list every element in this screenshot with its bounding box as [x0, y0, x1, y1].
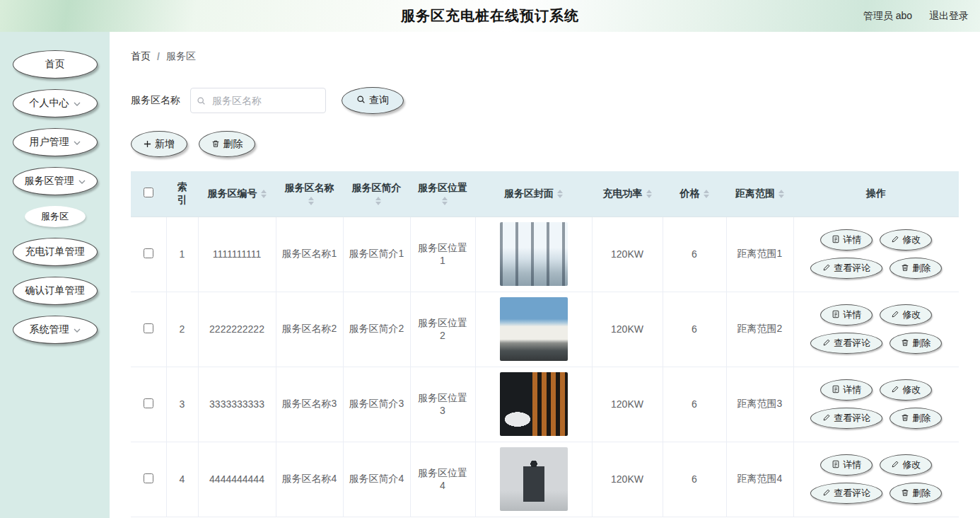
- view-comments-button[interactable]: 查看评论: [810, 483, 882, 504]
- row-checkbox[interactable]: [144, 398, 153, 408]
- edit-button[interactable]: 修改: [880, 304, 932, 326]
- sidebar-item-label: 系统管理: [30, 323, 69, 336]
- document-icon: [832, 460, 840, 471]
- col-header-actions: 操作: [793, 171, 959, 217]
- cell-price: 6: [663, 442, 726, 517]
- cell-code: 4444444444: [198, 442, 276, 517]
- sidebar-item-label: 服务区: [41, 210, 69, 223]
- query-button-label: 查询: [369, 94, 389, 107]
- cell-location: 服务区位置1: [410, 217, 475, 292]
- chevron-down-icon: [74, 141, 81, 145]
- pencil-icon: [822, 263, 831, 274]
- row-checkbox[interactable]: [144, 323, 153, 333]
- row-delete-button[interactable]: 删除: [889, 483, 942, 504]
- cell-power: 120KW: [592, 367, 663, 442]
- table-toolbar: 新增 删除: [131, 131, 959, 157]
- row-checkbox[interactable]: [144, 473, 153, 483]
- col-header-power[interactable]: 充电功率: [592, 171, 663, 217]
- cell-range: 距离范围4: [726, 442, 793, 517]
- col-header-price[interactable]: 价格: [663, 171, 726, 217]
- breadcrumb-home-link[interactable]: 首页: [131, 50, 151, 63]
- delete-button-label: 删除: [223, 138, 243, 151]
- row-actions: 详情 修改 查看评论 删除: [800, 454, 954, 504]
- table-row: 3 3333333333 服务区名称3 服务区简介3 服务区位置3 120KW …: [131, 367, 959, 442]
- plus-icon: [144, 139, 151, 150]
- sidebar-subitem-service-area[interactable]: 服务区: [25, 206, 86, 227]
- select-all-checkbox[interactable]: [144, 188, 153, 197]
- query-button[interactable]: 查询: [342, 87, 404, 114]
- sidebar-item-charging-order-management[interactable]: 充电订单管理: [13, 238, 98, 266]
- sidebar-item-service-area-management[interactable]: 服务区管理: [13, 167, 98, 195]
- cell-price: 6: [663, 367, 726, 442]
- chevron-down-icon: [78, 180, 86, 184]
- table-row: 2 2222222222 服务区名称2 服务区简介2 服务区位置2 120KW …: [131, 292, 959, 367]
- sort-icon[interactable]: [442, 197, 448, 205]
- delete-button[interactable]: 删除: [199, 131, 255, 157]
- row-actions: 详情 修改 查看评论 删除: [800, 304, 954, 354]
- trash-icon: [211, 139, 220, 150]
- service-area-cover-image: [500, 222, 568, 286]
- cell-power: 120KW: [592, 292, 663, 367]
- cell-name: 服务区名称3: [276, 367, 343, 442]
- sort-icon[interactable]: [308, 197, 314, 205]
- detail-button[interactable]: 详情: [820, 304, 873, 326]
- search-input[interactable]: [190, 88, 326, 113]
- sidebar-item-user-management[interactable]: 用户管理: [13, 128, 98, 156]
- sidebar-item-label: 首页: [45, 58, 65, 71]
- trash-icon: [901, 263, 909, 274]
- sort-icon[interactable]: [704, 190, 709, 198]
- cell-price: 6: [663, 217, 726, 292]
- view-comments-button[interactable]: 查看评论: [810, 333, 882, 354]
- row-delete-button[interactable]: 删除: [889, 408, 942, 429]
- cell-code: 2222222222: [198, 292, 276, 367]
- row-delete-button[interactable]: 删除: [889, 258, 942, 279]
- sidebar-item-system-management[interactable]: 系统管理: [13, 316, 98, 344]
- detail-button[interactable]: 详情: [820, 229, 873, 251]
- cell-location: 服务区位置2: [410, 292, 475, 367]
- pencil-icon: [891, 235, 899, 246]
- logout-button[interactable]: 退出登录: [929, 10, 969, 23]
- pencil-icon: [891, 310, 899, 321]
- cell-intro: 服务区简介2: [343, 292, 410, 367]
- sidebar-item-personal-center[interactable]: 个人中心: [13, 89, 98, 117]
- cell-range: 距离范围3: [726, 367, 793, 442]
- col-header-location[interactable]: 服务区位置: [410, 171, 475, 217]
- sort-icon[interactable]: [778, 190, 784, 198]
- cell-power: 120KW: [592, 442, 663, 517]
- cell-location: 服务区位置3: [410, 367, 475, 442]
- detail-button[interactable]: 详情: [820, 454, 873, 476]
- document-icon: [832, 385, 840, 396]
- service-area-cover-image: [500, 372, 568, 436]
- breadcrumb: 首页 / 服务区: [131, 50, 959, 63]
- col-header-intro[interactable]: 服务区简介: [343, 171, 410, 217]
- col-header-range[interactable]: 距离范围: [726, 171, 793, 217]
- sidebar-item-confirm-order-management[interactable]: 确认订单管理: [13, 277, 98, 305]
- search-icon: [197, 96, 206, 108]
- view-comments-button[interactable]: 查看评论: [810, 258, 882, 279]
- cell-intro: 服务区简介4: [343, 442, 410, 517]
- cell-name: 服务区名称2: [276, 292, 343, 367]
- pencil-icon: [822, 488, 831, 499]
- col-header-name[interactable]: 服务区名称: [276, 171, 343, 217]
- row-delete-button[interactable]: 删除: [889, 333, 942, 354]
- sidebar-item-label: 确认订单管理: [25, 284, 85, 297]
- sort-icon[interactable]: [375, 197, 381, 205]
- row-checkbox[interactable]: [144, 248, 153, 258]
- breadcrumb-separator: /: [157, 51, 160, 62]
- col-header-code[interactable]: 服务区编号: [198, 171, 276, 217]
- edit-button[interactable]: 修改: [880, 454, 932, 476]
- edit-button[interactable]: 修改: [880, 379, 932, 401]
- sidebar-item-home[interactable]: 首页: [13, 50, 98, 79]
- breadcrumb-current: 服务区: [166, 50, 196, 63]
- main-content: 首页 / 服务区 服务区名称 查询 新增 删除: [110, 32, 980, 518]
- sort-icon[interactable]: [557, 190, 563, 198]
- sort-icon[interactable]: [646, 190, 652, 198]
- trash-icon: [901, 488, 909, 499]
- cell-range: 距离范围1: [726, 217, 793, 292]
- view-comments-button[interactable]: 查看评论: [810, 408, 882, 429]
- edit-button[interactable]: 修改: [880, 229, 932, 251]
- sort-icon[interactable]: [261, 190, 267, 198]
- col-header-cover[interactable]: 服务区封面: [475, 171, 592, 217]
- add-button[interactable]: 新增: [131, 131, 187, 157]
- detail-button[interactable]: 详情: [820, 379, 873, 401]
